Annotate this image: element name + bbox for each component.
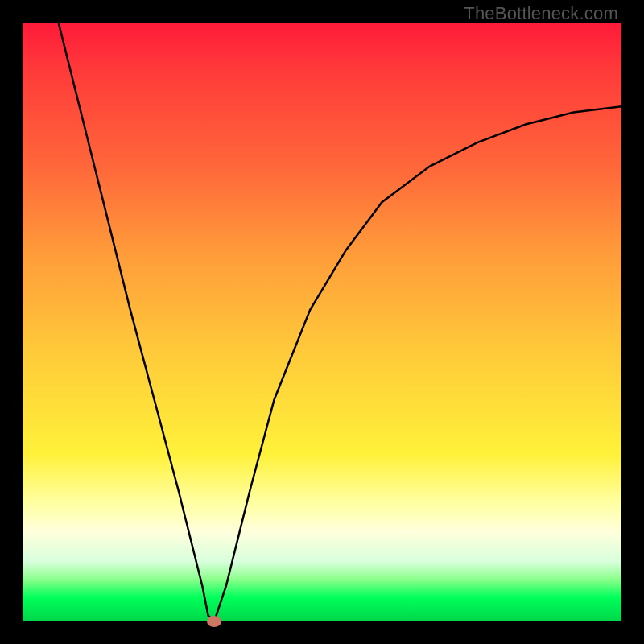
watermark-text: TheBottleneck.com [464,3,618,24]
chart-frame [23,23,621,621]
chart-line [59,23,621,621]
optimum-marker [207,616,221,627]
chart-curve-svg [23,23,621,621]
